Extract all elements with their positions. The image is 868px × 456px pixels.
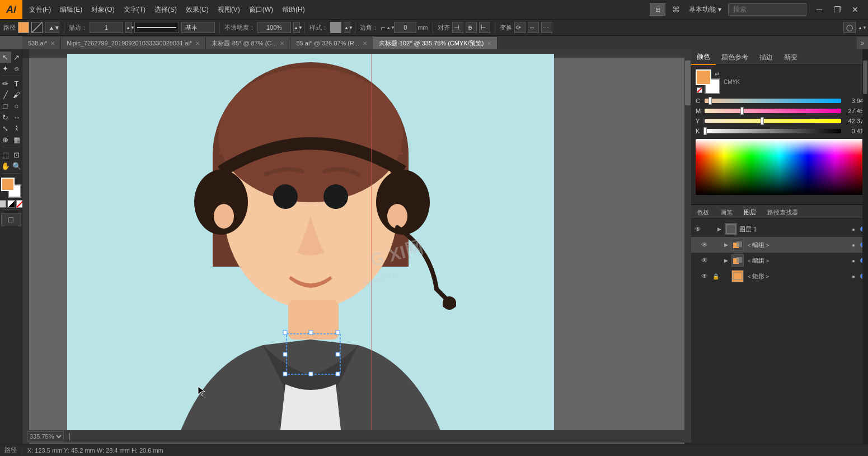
extra-btn-2[interactable]: ▲▼ (858, 25, 865, 30)
stroke-options-btn[interactable]: ▲▼ (45, 22, 59, 33)
workspace-dropdown[interactable]: 基本功能 ▾ (689, 5, 721, 15)
stroke-preview[interactable] (134, 22, 179, 33)
tab-3-close[interactable]: ✕ (280, 40, 284, 46)
tab-1-close[interactable]: ✕ (50, 40, 55, 46)
selection-tool[interactable]: ↖ (0, 52, 11, 63)
close-button[interactable]: ✕ (847, 4, 864, 15)
pen-tool[interactable]: ✏ (0, 78, 11, 89)
ellipse-tool[interactable]: ○ (11, 100, 22, 111)
k-slider-track[interactable] (705, 129, 841, 133)
scale-tool[interactable]: ⤡ (0, 123, 11, 134)
style-arrows[interactable]: ▲▼ (344, 22, 350, 33)
layer-row-group2[interactable]: 👁 ▶ ＜编组＞ ● (691, 253, 868, 268)
rect-lock[interactable]: 🔒 (711, 272, 720, 281)
group1-expand[interactable]: ▶ (722, 241, 729, 248)
tab-4-close[interactable]: ✕ (363, 40, 367, 46)
direct-selection-tool[interactable]: ↗ (11, 52, 22, 63)
rect-visibility[interactable]: 👁 (700, 272, 709, 281)
fill-swatch-main[interactable] (1, 178, 15, 191)
transform-flip-btn[interactable]: ↔ (528, 22, 539, 33)
right-panel-scrollbar[interactable] (862, 49, 868, 456)
group2-options[interactable]: ● (849, 256, 858, 265)
group1-visibility[interactable]: 👁 (700, 240, 709, 249)
rect-options[interactable]: ● (849, 272, 858, 281)
color-mode-color[interactable] (0, 200, 6, 208)
panel-tab-gradient[interactable]: 描边 (754, 49, 778, 65)
magic-wand-tool[interactable]: ✦ (0, 63, 11, 74)
canvas-area[interactable]: // ruler ticks will be drawn inline (22, 49, 691, 449)
layers-tab-brushes[interactable]: 画笔 (715, 205, 738, 220)
menu-select[interactable]: 选择(S) (150, 0, 181, 19)
opacity-arrows[interactable]: ▲▼ (293, 22, 300, 33)
tab-overflow-btn[interactable]: » (857, 37, 868, 49)
menu-window[interactable]: 窗口(W) (245, 0, 278, 19)
tab-3[interactable]: 未标题-85* @ 87% (C... ✕ (206, 37, 290, 49)
zoom-tool[interactable]: 🔍 (11, 160, 22, 171)
align-center-btn[interactable]: ⊕ (466, 22, 477, 33)
align-left-btn[interactable]: ⊣ (452, 22, 463, 33)
fg-color-swatch[interactable] (696, 69, 711, 85)
layer-row-group1[interactable]: 👁 ▶ ＜编组＞ ● (691, 237, 868, 253)
artboard-tool[interactable]: ⬚ (0, 149, 11, 160)
stroke-width-input[interactable] (90, 22, 123, 33)
symbol-sprayer[interactable]: ⊕ (0, 134, 11, 145)
line-tool[interactable]: ╱ (0, 89, 11, 100)
extra-btn-1[interactable]: ◯ (843, 22, 856, 33)
group2-visibility[interactable]: 👁 (700, 256, 709, 265)
stroke-swatch[interactable] (31, 22, 43, 33)
lasso-tool[interactable]: ⌾ (11, 63, 22, 74)
vertical-scrollbar[interactable] (684, 49, 691, 443)
k-slider-thumb[interactable] (703, 127, 707, 135)
panel-tab-new[interactable]: 新变 (778, 49, 803, 65)
draw-mode-btn[interactable]: □ (1, 213, 21, 226)
m-slider-thumb[interactable] (740, 107, 744, 115)
right-panel-scroll-thumb[interactable] (863, 61, 867, 94)
y-slider-track[interactable] (705, 119, 841, 123)
menu-effect[interactable]: 效果(C) (181, 0, 213, 19)
layer-row-rect[interactable]: 👁 🔒 ＜矩形＞ ● (691, 268, 868, 284)
style-swatch[interactable] (330, 22, 341, 33)
layer-1-visibility[interactable]: 👁 (693, 225, 702, 234)
menu-text[interactable]: 文字(T) (119, 0, 150, 19)
tab-2[interactable]: Nipic_7262799_201909201033330028031.ai* … (61, 37, 206, 49)
zoom-dropdown[interactable]: 335.75% (27, 431, 64, 441)
menu-object[interactable]: 对象(O) (87, 0, 119, 19)
tab-2-close[interactable]: ✕ (195, 40, 200, 46)
layer-1-expand[interactable]: ▶ (716, 226, 722, 232)
menu-help[interactable]: 帮助(H) (278, 0, 309, 19)
transform-btn[interactable]: ⟳ (514, 22, 526, 33)
paintbrush-tool[interactable]: 🖌 (11, 89, 22, 100)
color-mode-gradient[interactable] (7, 200, 15, 208)
menu-view[interactable]: 视图(V) (213, 0, 245, 19)
menu-file[interactable]: 文件(F) (25, 0, 55, 19)
arrange-icon[interactable]: ⊞ (650, 3, 665, 16)
minimize-button[interactable]: ─ (811, 4, 828, 15)
tab-4[interactable]: 85.ai* @ 326.07% (R... ✕ (290, 37, 373, 49)
c-slider-thumb[interactable] (709, 97, 712, 105)
tab-5[interactable]: 未标题-102* @ 335.75% (CMYK/预览) ✕ (373, 37, 498, 49)
group1-options[interactable]: ● (849, 240, 858, 249)
icon-btn-1[interactable]: ⌘ (670, 3, 682, 16)
tab-5-close[interactable]: ✕ (487, 40, 491, 46)
swap-colors-btn[interactable]: ⇄ (715, 71, 719, 77)
vertical-scroll-thumb[interactable] (685, 61, 691, 105)
c-slider-track[interactable] (705, 99, 841, 103)
rect-expand[interactable] (722, 273, 729, 280)
fill-swatch[interactable] (18, 22, 29, 33)
panel-tab-reference[interactable]: 颜色参考 (716, 49, 754, 65)
none-color-btn[interactable] (697, 87, 702, 93)
align-right-btn[interactable]: ⊢ (479, 22, 490, 33)
menu-edit[interactable]: 编辑(E) (55, 0, 87, 19)
layer-row-1[interactable]: 👁 ▶ 图层 1 ● (691, 221, 868, 237)
stroke-preset-dropdown[interactable]: 基本 (181, 22, 215, 33)
m-slider-track[interactable] (705, 109, 841, 113)
column-graph[interactable]: ▦ (11, 134, 22, 145)
layers-tab-layers[interactable]: 图层 (738, 205, 762, 220)
text-tool[interactable]: T (11, 78, 22, 89)
panel-tab-color[interactable]: 颜色 (691, 49, 716, 65)
stroke-width-arrows[interactable]: ▲▼ (125, 22, 132, 33)
transform-more-btn[interactable]: ⋯ (541, 22, 552, 33)
rectangle-tool[interactable]: □ (0, 100, 11, 111)
search-input[interactable] (728, 3, 806, 16)
group2-expand[interactable]: ▶ (722, 257, 729, 264)
